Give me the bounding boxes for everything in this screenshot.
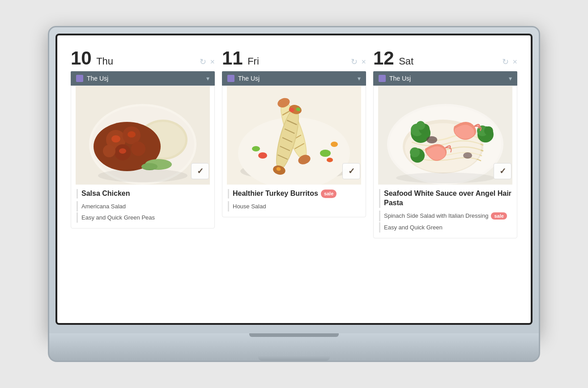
laptop-hinge xyxy=(249,333,339,337)
expand-btn-sat[interactable]: ✓ xyxy=(494,163,511,179)
side-1-sat: Spinach Side Salad with Italian Dressing… xyxy=(379,211,511,221)
svg-point-42 xyxy=(258,152,267,159)
day-actions-thu: ↻ × xyxy=(200,57,215,67)
side-2-sat: Easy and Quick Green xyxy=(379,222,511,233)
day-column-sat: 12 Sat ↻ × The Usj xyxy=(373,49,517,238)
side-1-fri: House Salad xyxy=(228,201,360,211)
day-name-thu: Thu xyxy=(96,56,113,67)
main-meal-title-thu: Salsa Chicken xyxy=(77,189,209,198)
meal-image-container-sat: ✓ xyxy=(374,86,517,185)
close-icon-thu[interactable]: × xyxy=(210,57,215,67)
location-bar-thu[interactable]: The Usj ▾ xyxy=(71,71,215,86)
day-title-thu: 10 Thu xyxy=(71,49,113,68)
meal-card-sat: ✓ Seafood White Sauce over Angel Hair Pa… xyxy=(373,86,517,238)
day-actions-sat: ↻ × xyxy=(502,57,517,67)
chevron-down-icon-thu: ✓ xyxy=(197,166,204,176)
refresh-icon-fri[interactable]: ↻ xyxy=(351,57,358,67)
laptop-base xyxy=(48,333,540,362)
meal-card-fri: ✓ Healthier Turkey Burritos sale xyxy=(222,86,366,217)
svg-point-13 xyxy=(119,148,126,154)
svg-point-45 xyxy=(327,158,333,162)
side-2-thu: Easy and Quick Green Peas xyxy=(77,212,209,223)
chevron-down-icon-sat: ✓ xyxy=(499,166,506,176)
svg-point-16 xyxy=(98,169,187,182)
svg-point-62 xyxy=(396,172,494,183)
meal-info-thu: Salsa Chicken Americana Salad Easy and Q… xyxy=(71,185,214,228)
day-actions-fri: ↻ × xyxy=(351,57,366,67)
meals-grid: 10 Thu ↻ × The Usj xyxy=(71,44,517,314)
location-name-sat: The Usj xyxy=(389,75,505,82)
main-meal-title-fri: Healthier Turkey Burritos sale xyxy=(228,189,360,198)
svg-point-59 xyxy=(410,147,420,157)
screen-bezel: 10 Thu ↻ × The Usj xyxy=(55,34,533,325)
location-bar-sat[interactable]: The Usj ▾ xyxy=(373,71,517,86)
expand-btn-fri[interactable]: ✓ xyxy=(342,163,360,179)
location-square-fri xyxy=(227,75,234,82)
day-name-fri: Fri xyxy=(247,56,259,67)
laptop-mockup: 10 Thu ↻ × The Usj xyxy=(48,26,540,362)
svg-point-9 xyxy=(131,142,145,156)
location-name-fri: The Usj xyxy=(238,75,354,82)
laptop-screen: 10 Thu ↻ × The Usj xyxy=(57,35,531,323)
day-number-10: 10 xyxy=(71,47,92,69)
close-icon-sat[interactable]: × xyxy=(512,57,517,67)
svg-point-10 xyxy=(103,145,115,157)
main-meal-title-sat: Seafood White Sauce over Angel Hair Past… xyxy=(379,189,511,208)
location-square-sat xyxy=(379,75,386,82)
svg-point-60 xyxy=(426,136,437,143)
sale-badge-fri: sale xyxy=(321,190,337,198)
meal-image-container-fri: ✓ xyxy=(222,86,366,185)
svg-point-11 xyxy=(111,135,120,142)
day-title-fri: 11 Fri xyxy=(222,49,259,68)
day-title-sat: 12 Sat xyxy=(373,49,413,68)
location-square-thu xyxy=(76,75,83,82)
svg-point-41 xyxy=(320,150,331,157)
meal-card-thu: ✓ Salsa Chicken Americana Salad xyxy=(71,86,215,228)
day-header-thu: 10 Thu ↻ × xyxy=(71,49,215,68)
sale-badge-sat: sale xyxy=(491,212,507,220)
refresh-icon-thu[interactable]: ↻ xyxy=(200,57,206,67)
svg-point-43 xyxy=(331,142,338,147)
svg-point-61 xyxy=(463,152,472,159)
refresh-icon-sat[interactable]: ↻ xyxy=(502,57,509,67)
close-icon-fri[interactable]: × xyxy=(361,57,366,67)
meal-info-fri: Healthier Turkey Burritos sale House Sal… xyxy=(222,185,366,217)
day-header-fri: 11 Fri ↻ × xyxy=(222,49,366,68)
day-header-sat: 12 Sat ↻ × xyxy=(373,49,517,68)
laptop-stand xyxy=(258,355,330,361)
laptop-body: 10 Thu ↻ × The Usj xyxy=(48,26,540,335)
day-name-sat: Sat xyxy=(399,56,413,67)
side-1-thu: Americana Salad xyxy=(77,201,209,211)
chevron-down-icon-fri: ✓ xyxy=(348,166,355,176)
expand-btn-thu[interactable]: ✓ xyxy=(191,163,209,179)
svg-point-44 xyxy=(252,146,260,151)
svg-point-57 xyxy=(484,126,493,135)
day-column-thu: 10 Thu ↻ × The Usj xyxy=(71,49,215,228)
location-chevron-fri: ▾ xyxy=(358,75,361,82)
day-column-fri: 11 Fri ↻ × The Usj xyxy=(222,49,366,217)
day-number-12: 12 xyxy=(373,47,394,69)
screen-content: 10 Thu ↻ × The Usj xyxy=(57,35,531,323)
location-bar-fri[interactable]: The Usj ▾ xyxy=(222,71,366,86)
svg-point-12 xyxy=(128,131,136,138)
location-chevron-thu: ▾ xyxy=(206,75,209,82)
svg-point-54 xyxy=(416,121,425,130)
day-number-11: 11 xyxy=(222,47,243,69)
location-name-thu: The Usj xyxy=(87,75,203,82)
location-chevron-sat: ▾ xyxy=(509,75,512,82)
meal-info-sat: Seafood White Sauce over Angel Hair Past… xyxy=(374,185,517,238)
meal-image-container-thu: ✓ xyxy=(71,86,214,185)
